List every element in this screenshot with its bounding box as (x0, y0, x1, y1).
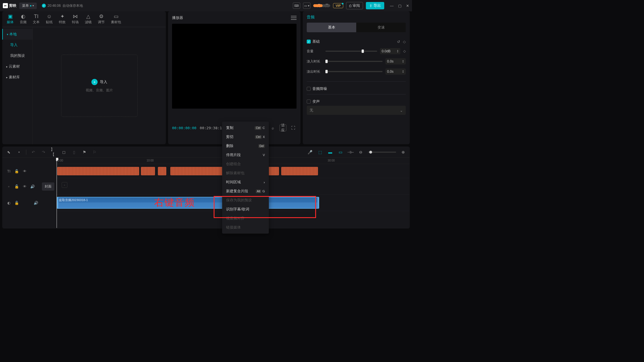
tab-effect[interactable]: ✦特效 (59, 14, 66, 25)
ctx-time-range[interactable]: 时间区域› (222, 178, 269, 187)
fadein-value[interactable]: 0.0s▲▼ (385, 58, 406, 64)
link-icon[interactable]: ▬ (327, 149, 333, 155)
playhead[interactable] (57, 158, 57, 228)
fullscreen-icon[interactable]: ⛶ (290, 124, 297, 131)
pack-icon: ▭ (114, 14, 119, 19)
cover-button[interactable]: 封面 (42, 182, 54, 191)
audio-icon: ◐ (21, 14, 25, 19)
inspector-tab-speed[interactable]: 变速 (356, 23, 406, 32)
mic-icon[interactable]: 🎤 (307, 149, 313, 155)
flag-icon[interactable]: ⚑ (81, 149, 87, 155)
text-clip[interactable] (57, 167, 139, 175)
sidebar-item-library[interactable]: ▸素材库 (2, 72, 33, 83)
fit-button[interactable]: 适应 (280, 124, 286, 131)
chevron-down-icon: ▾ (33, 4, 34, 7)
menu-button[interactable]: 菜单 ▾ (19, 3, 37, 9)
close-icon[interactable]: ✕ (406, 4, 409, 8)
eye-icon[interactable]: 👁 (22, 184, 27, 189)
basic-checkbox[interactable]: ✓基础 (307, 39, 320, 44)
video-preview[interactable] (172, 24, 297, 109)
fadeout-slider[interactable] (325, 71, 383, 72)
maximize-icon[interactable]: ▢ (398, 4, 402, 8)
sticker-icon: ☺ (47, 14, 52, 19)
tab-sticker[interactable]: ☺贴纸 (46, 14, 53, 25)
ctx-group: 创建组合 (222, 160, 269, 169)
crop-icon[interactable]: ◻ (61, 149, 67, 155)
export-icon: ⇧ (369, 4, 372, 8)
audio-track-head: ◐ 🔓 🔊 (2, 195, 39, 211)
fadein-slider[interactable] (325, 61, 383, 62)
tab-adjust[interactable]: ⚙调节 (98, 14, 105, 25)
keyboard-icon[interactable]: ⌨ (293, 3, 300, 9)
ctx-delete[interactable]: 删除Del (222, 141, 269, 150)
magnet-icon[interactable]: ⬚ (317, 149, 323, 155)
speaker-icon[interactable]: 🔊 (33, 201, 38, 205)
eye-icon[interactable]: 👁 (22, 169, 27, 173)
zoom-slider[interactable] (368, 152, 396, 153)
chevron-down-icon: ⌄ (400, 108, 403, 113)
inspector-panel: 音频 基本 变速 ✓基础 ↺ ◇ 音量 0.0dB▲▼ ◇ 淡入时长 0.0s▲… (303, 11, 410, 144)
import-dropzone[interactable]: + 导入 视频、音频、图片 (61, 55, 138, 117)
sidebar-item-local[interactable]: ▾本地 (2, 29, 33, 40)
check-icon: ✓ (42, 4, 46, 8)
snap-icon[interactable]: ▭ (337, 149, 344, 155)
split-icon[interactable]: 】【 (51, 149, 57, 155)
sidebar-item-preset[interactable]: 我的预设 (2, 50, 33, 61)
flag-outline-icon[interactable]: ⚐ (91, 149, 98, 155)
keyframe-icon[interactable]: ◇ (403, 40, 406, 44)
spinner-icon[interactable]: ▲▼ (402, 70, 404, 73)
reset-icon[interactable]: ↺ (397, 40, 400, 44)
pitch-checkbox[interactable]: 变声 (307, 99, 406, 104)
tab-media[interactable]: ▣媒体 (7, 14, 14, 25)
undo-icon[interactable]: ↶ (30, 149, 37, 155)
minimize-icon[interactable]: — (390, 4, 394, 8)
tab-text[interactable]: TI文本 (33, 14, 40, 25)
redo-icon[interactable]: ↷ (40, 149, 47, 155)
zoom-out-icon[interactable]: ⊖ (358, 149, 364, 155)
text-clip[interactable] (281, 167, 318, 175)
ctx-link-media: 链接媒体 (222, 223, 269, 231)
review-icon: ⎙ (349, 4, 351, 8)
inspector-tabs: 基本 变速 (307, 23, 406, 32)
tab-filter[interactable]: △滤镜 (85, 14, 92, 25)
zoom-icon[interactable]: ⌕ (269, 124, 276, 131)
ctx-copy[interactable]: 复制CtrlC (222, 123, 269, 132)
align-icon[interactable]: ⊣⊢ (347, 149, 354, 155)
text-clip[interactable] (141, 167, 155, 175)
tab-audio[interactable]: ◐音频 (20, 14, 27, 25)
chevron-down-icon[interactable]: ▾ (16, 149, 22, 155)
player-title: 播放器 (172, 15, 183, 20)
audio-icon: ◐ (6, 201, 11, 205)
fadeout-value[interactable]: 0.0s▲▼ (385, 68, 406, 75)
tab-transition[interactable]: ⋈转场 (72, 14, 79, 25)
vip-badge[interactable]: VIP (333, 3, 343, 8)
text-clip[interactable] (158, 167, 166, 175)
video-icon: ▫ (6, 184, 11, 189)
volume-slider[interactable] (325, 51, 377, 52)
lock-icon[interactable]: 🔓 (14, 184, 19, 189)
volume-value[interactable]: 0.0dB▲▼ (380, 48, 400, 54)
denoise-checkbox[interactable]: 音频降噪 (307, 86, 406, 91)
tab-pack[interactable]: ▭素材包 (111, 14, 121, 25)
player-menu-icon[interactable] (291, 16, 297, 20)
layout-icon[interactable]: ▭ ▾ (303, 3, 310, 9)
inspector-tab-basic[interactable]: 基本 (307, 23, 356, 32)
export-button[interactable]: ⇧ 导出 (366, 2, 384, 9)
lock-icon[interactable]: 🔓 (14, 169, 19, 173)
zoom-in-icon[interactable]: ⊕ (400, 149, 406, 155)
spinner-icon[interactable]: ▲▼ (397, 49, 399, 53)
ctx-disable[interactable]: 停用片段V (222, 150, 269, 160)
sidebar-item-import[interactable]: 导入 (2, 40, 33, 50)
speaker-icon[interactable]: 🔊 (30, 184, 35, 189)
ctx-cut[interactable]: 剪切CtrlX (222, 132, 269, 141)
pitch-select[interactable]: 无⌄ (307, 106, 406, 115)
lock-icon[interactable]: 🔓 (14, 201, 19, 205)
empty-video-slot[interactable]: ▫ (62, 182, 67, 188)
review-button[interactable]: ⎙ 审阅 (346, 2, 363, 9)
marker-icon[interactable]: ▯ (71, 149, 77, 155)
pointer-tool-icon[interactable]: ⬉ (6, 149, 12, 155)
keyframe-icon[interactable]: ◇ (403, 49, 406, 53)
spinner-icon[interactable]: ▲▼ (402, 60, 404, 63)
sidebar-item-cloud[interactable]: ▸云素材 (2, 61, 33, 72)
ctx-compound[interactable]: 新建复合片段AltG (222, 187, 269, 196)
